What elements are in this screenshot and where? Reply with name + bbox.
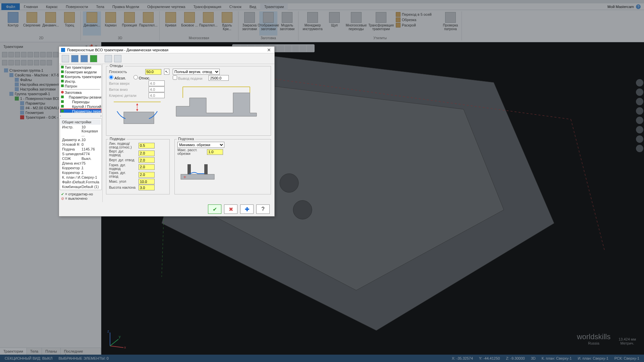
rib-title-stock: Заготовка xyxy=(240,36,296,41)
ribbon: Контур Сверление Динамич... Торец 2D Дин… xyxy=(0,10,644,42)
rib-title-3d: 3D xyxy=(83,36,157,41)
rb-5ax[interactable]: Переход в 5 осей xyxy=(396,12,439,17)
lead-input[interactable] xyxy=(139,143,155,148)
pick-icon[interactable]: ↖ xyxy=(164,69,169,75)
feed-out-input xyxy=(209,75,229,81)
dialog-toolbar xyxy=(59,53,274,64)
rb-trim[interactable]: Обрезка xyxy=(396,17,439,22)
svg-line-3 xyxy=(571,119,604,250)
nav-item[interactable]: Контроль траектории xyxy=(60,74,101,79)
rb-stockmodel[interactable]: Модель заготовки xyxy=(278,11,296,36)
nav-item[interactable]: Инстр. xyxy=(60,79,101,84)
help-icon[interactable]: ? xyxy=(636,4,641,9)
dialog-icon xyxy=(61,48,65,52)
setting-row: Файл форм...Default.Formula xyxy=(61,180,101,184)
abs-radio[interactable]: Абсол. xyxy=(109,75,126,80)
rb-toolmgr[interactable]: Менеджер инструмента xyxy=(301,11,325,36)
rb-project[interactable]: Проекция xyxy=(120,11,139,36)
ok-button[interactable]: ✔ xyxy=(208,204,221,214)
lead-input[interactable] xyxy=(139,150,155,156)
menu-bar: Файл Главная Каркас Поверхности Тела Пра… xyxy=(0,3,644,10)
rb-parallel[interactable]: Параллел... xyxy=(139,11,157,36)
help-button[interactable]: ? xyxy=(256,204,270,214)
cancel-button[interactable]: ✖ xyxy=(224,204,237,214)
menu-item[interactable]: Тела xyxy=(92,3,108,10)
retract-type-select[interactable]: Полный вертик. отвод xyxy=(173,69,220,75)
menu-item[interactable]: Каркас xyxy=(42,3,62,10)
svg-point-6 xyxy=(293,200,312,219)
fit-group: Подгонка Минимиз. обрезки Макс. расст. о… xyxy=(174,139,271,194)
rb-mlink[interactable]: Многоосевые переходы xyxy=(344,11,368,36)
axis-gnomon: zxy xyxy=(107,329,127,349)
rb-dyn3d[interactable]: Динамич... xyxy=(83,11,101,36)
rb-pocket[interactable]: Карман xyxy=(102,11,120,36)
rib-title-2d: 2D xyxy=(4,36,78,41)
svg-line-9 xyxy=(110,346,123,348)
menu-right-label[interactable]: Мой Mastercam xyxy=(607,5,634,9)
rb-chuck[interactable]: Проверка патрона xyxy=(441,11,460,36)
nav-item[interactable]: Геометрия модели xyxy=(60,70,101,74)
rb-along[interactable]: Вдоль Кри... xyxy=(218,11,236,36)
nav-item[interactable]: Переходы xyxy=(60,100,101,104)
lead-input[interactable] xyxy=(139,157,155,163)
nav-item[interactable]: Патрон xyxy=(60,84,101,88)
menu-file[interactable]: Файл xyxy=(1,3,20,10)
menu-item-active[interactable]: Траектории xyxy=(260,3,288,10)
rb-face[interactable]: Торец xyxy=(60,11,78,36)
dialog-footer: ✔ ✖ ✚ ? xyxy=(59,202,274,216)
rb-swarf[interactable]: Боковое ... xyxy=(180,11,199,36)
retracts-group: Отводы Плоскость↖ Абсол. Относ. Виток вв… xyxy=(106,66,271,136)
watermark: worldskillsRussia 13.424 ммМетрич. xyxy=(577,333,636,345)
plane-input[interactable] xyxy=(145,69,161,75)
nav-item[interactable]: Крутой / Пологий xyxy=(60,104,101,109)
group-title: Подводы xyxy=(108,137,126,141)
menu-item[interactable]: Поверхности xyxy=(62,3,92,10)
fit-diagram xyxy=(177,158,268,181)
group-title: Подгонка xyxy=(177,137,195,141)
menu-item[interactable]: Станок xyxy=(225,3,246,10)
menu-item[interactable]: Главная xyxy=(20,3,42,10)
fit-mode-select[interactable]: Минимиз. обрезки xyxy=(177,142,224,148)
nav-item[interactable]: Заготовка xyxy=(60,90,101,95)
menu-item[interactable]: Правка Модели xyxy=(108,3,143,10)
setting-row: Угловой R0 xyxy=(61,142,101,147)
rb-mparallel[interactable]: Параллел... xyxy=(199,11,217,36)
rb-dyn2d[interactable]: Динамич... xyxy=(42,11,60,36)
rb-curve[interactable]: Кривая xyxy=(162,11,180,36)
setting-row: Длина инстр.75 xyxy=(61,161,101,166)
lead-input[interactable] xyxy=(139,185,155,190)
rb-contour[interactable]: Контур xyxy=(4,11,22,36)
rb-stockshade[interactable]: Закраска заготовки xyxy=(240,11,259,36)
rel-radio[interactable]: Относ. xyxy=(133,75,150,80)
menu-item[interactable]: Вид xyxy=(246,3,260,10)
fit-dist-input[interactable] xyxy=(207,149,223,155)
rb-nest[interactable]: Раскрой xyxy=(396,23,439,27)
menu-item[interactable]: Оформление чертежа xyxy=(143,3,189,10)
leads-group: Подводы Лин. подвод/отвод (относ.)Верт. … xyxy=(106,139,170,194)
nav-item[interactable]: Параметры переходов xyxy=(60,109,101,113)
lead-input[interactable] xyxy=(139,164,155,170)
setting-row: S шпинделя4774 xyxy=(61,152,101,156)
rb-stockdisp[interactable]: Отображение заготовки xyxy=(259,11,277,36)
toolpath-dialog: Поверхностные ВСО траектории - Динамичес… xyxy=(59,46,275,217)
close-icon[interactable]: ✕ xyxy=(266,47,272,53)
setting-row: Диаметр и...10 xyxy=(61,137,101,142)
svg-rect-14 xyxy=(124,112,154,124)
scroll-right-icon[interactable]: › xyxy=(100,114,102,118)
nav-item[interactable]: Параметры резания xyxy=(60,95,101,100)
feed-out-check[interactable]: Вывод подачи xyxy=(173,75,202,80)
dialog-nav: Тип траекторииГеометрия моделиКонтроль т… xyxy=(59,64,103,202)
svg-marker-17 xyxy=(136,109,138,111)
loop-down-input xyxy=(149,86,165,92)
rb-drill[interactable]: Сверление xyxy=(23,11,41,36)
settings-title: Общие настройки xyxy=(61,119,101,125)
nav-item[interactable]: Тип траектории xyxy=(60,65,101,70)
lead-input[interactable] xyxy=(139,172,155,178)
svg-text:y: y xyxy=(119,335,121,339)
rb-probe[interactable]: Щуп xyxy=(325,11,343,36)
lead-input[interactable] xyxy=(139,179,155,184)
scroll-left-icon[interactable]: ‹ xyxy=(60,114,61,118)
menu-item[interactable]: Трансформация xyxy=(189,3,225,10)
add-button[interactable]: ✚ xyxy=(240,204,254,214)
rb-transform[interactable]: Трансформация траектории xyxy=(369,11,393,36)
